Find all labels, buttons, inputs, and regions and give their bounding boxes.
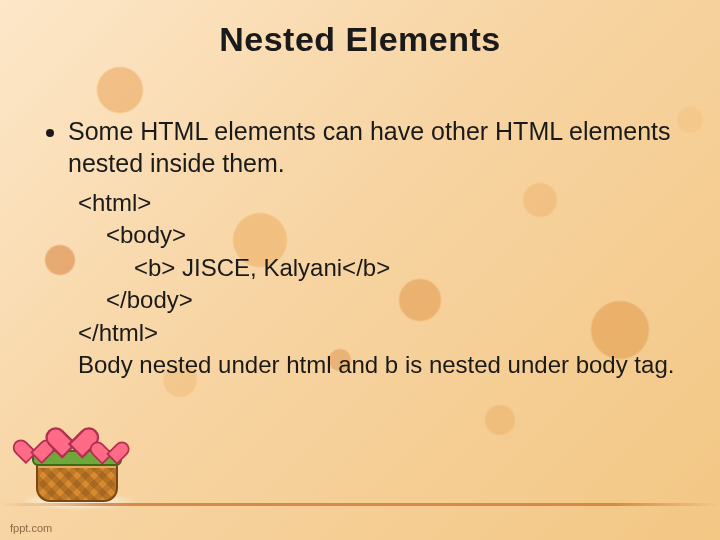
heart-icon xyxy=(21,429,43,451)
code-line: </body> xyxy=(78,284,680,316)
footer-credit: fppt.com xyxy=(10,522,52,534)
code-line: <b> JISCE, Kalyani</b> xyxy=(78,252,680,284)
code-block: <html> <body> <b> JISCE, Kalyani</b> </b… xyxy=(78,187,680,381)
bullet-item: Some HTML elements can have other HTML e… xyxy=(68,115,680,179)
code-line: <html> xyxy=(78,187,680,219)
heart-icon xyxy=(98,432,118,452)
basket-illustration xyxy=(18,400,128,510)
slide-title: Nested Elements xyxy=(0,0,720,59)
code-line: </html> xyxy=(78,317,680,349)
slide-body: Some HTML elements can have other HTML e… xyxy=(40,115,680,381)
heart-icon xyxy=(56,414,84,442)
bullet-list: Some HTML elements can have other HTML e… xyxy=(40,115,680,179)
code-line: <body> xyxy=(78,219,680,251)
divider xyxy=(0,503,720,506)
code-note: Body nested under html and b is nested u… xyxy=(78,349,680,381)
